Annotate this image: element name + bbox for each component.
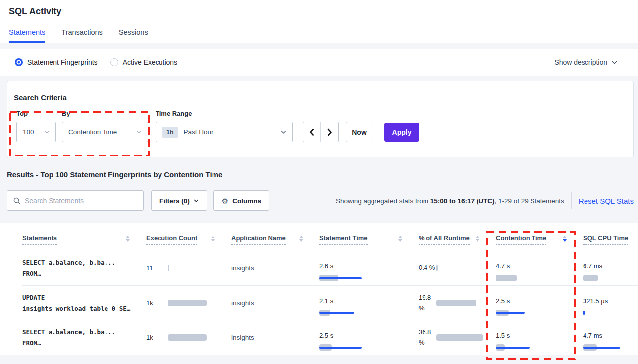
- execution-count-cell: 11: [146, 264, 231, 272]
- filters-button-label: Filters (0): [160, 197, 190, 205]
- search-statements-input[interactable]: [25, 197, 137, 205]
- chevron-left-icon: [309, 128, 315, 136]
- statement-time-cell: 2.5 s: [319, 331, 419, 344]
- aggregated-stats-text: Showing aggregated stats from 15:00 to 1…: [336, 197, 564, 205]
- sql-cpu-time-cell: 321.5 µs: [583, 296, 638, 310]
- pct-runtime-cell: 19.8 %: [419, 293, 496, 313]
- radio-active-executions[interactable]: Active Executions: [110, 58, 178, 66]
- time-range-value: Past Hour: [184, 128, 213, 136]
- radio-unselected-icon[interactable]: [110, 58, 118, 66]
- by-select[interactable]: Contention Time: [62, 122, 148, 142]
- search-statements-box[interactable]: [7, 190, 144, 211]
- execution-count-bar: [168, 300, 207, 306]
- view-toggle-bar: Statement Fingerprints Active Executions…: [0, 49, 638, 76]
- statements-table: Statements Execution Count Application N…: [0, 223, 638, 355]
- sort-icon[interactable]: [211, 236, 215, 245]
- table-row[interactable]: SELECT a.balance, b.ba...FROM… 1k insigh…: [22, 320, 638, 355]
- apply-button[interactable]: Apply: [384, 123, 419, 142]
- execution-count-bar: [168, 265, 169, 271]
- pct-runtime-bar: [436, 334, 483, 341]
- col-header-application-name[interactable]: Application Name: [231, 234, 319, 251]
- time-nav-group: [303, 122, 339, 142]
- sql-cpu-time-cell: 4.7 ms: [583, 331, 638, 344]
- tab-transactions[interactable]: Transactions: [61, 28, 102, 43]
- statement-time-cell: 2.1 s: [319, 296, 419, 310]
- reset-sql-stats-link[interactable]: Reset SQL Stats: [579, 197, 634, 205]
- time-range-label: Time Range: [156, 110, 192, 117]
- tab-statements[interactable]: Statements: [9, 28, 45, 43]
- chevron-down-icon: [281, 130, 286, 134]
- time-range-badge: 1h: [162, 127, 178, 138]
- statement-link[interactable]: SELECT a.balance, b.ba...FROM…: [22, 258, 146, 279]
- application-name-cell: insights: [231, 334, 319, 341]
- col-header-sql-cpu-time[interactable]: SQL CPU Time: [583, 234, 638, 251]
- chevron-down-icon: [612, 61, 617, 64]
- radio-selected-icon[interactable]: [15, 58, 23, 66]
- contention-time-cell: 4.7 s: [496, 261, 583, 275]
- sort-icon[interactable]: [126, 236, 130, 245]
- col-header-execution-count[interactable]: Execution Count: [146, 234, 231, 251]
- contention-time-cell: 2.5 s: [496, 296, 583, 310]
- col-header-contention-time[interactable]: Contention Time: [496, 234, 583, 251]
- show-description-label: Show description: [554, 58, 607, 66]
- statement-link[interactable]: UPDATEinsights_workload_table_0 SE…: [22, 292, 146, 313]
- results-heading: Results - Top 100 Statement Fingerprints…: [7, 170, 638, 179]
- time-range-select[interactable]: 1h Past Hour: [156, 122, 293, 142]
- table-row[interactable]: UPDATEinsights_workload_table_0 SE… 1k i…: [22, 286, 638, 320]
- pct-runtime-bar: [436, 265, 438, 271]
- table-header-row: Statements Execution Count Application N…: [22, 223, 638, 251]
- statement-link[interactable]: SELECT a.balance, b.ba...FROM…: [22, 327, 146, 348]
- time-prev-button[interactable]: [303, 122, 321, 142]
- page-header: SQL Activity Statements Transactions Ses…: [0, 0, 638, 43]
- top-select-value: 100: [23, 128, 34, 136]
- table-row[interactable]: SELECT a.balance, b.ba...FROM… 11 insigh…: [22, 251, 638, 286]
- search-icon: [13, 197, 20, 204]
- col-header-statements[interactable]: Statements: [22, 234, 146, 251]
- view-toggle-group: Statement Fingerprints Active Executions: [15, 58, 177, 66]
- filters-button[interactable]: Filters (0): [151, 190, 207, 211]
- sort-icon[interactable]: [476, 236, 479, 245]
- columns-button[interactable]: ⚙ Columns: [213, 190, 269, 211]
- tab-bar: Statements Transactions Sessions: [0, 28, 638, 43]
- sort-icon-active-desc[interactable]: [563, 236, 567, 245]
- sort-icon[interactable]: [398, 236, 402, 245]
- application-name-cell: insights: [231, 264, 319, 272]
- top-label: Top: [16, 110, 28, 117]
- results-toolbar: Filters (0) ⚙ Columns Showing aggregated…: [7, 190, 634, 211]
- chevron-down-icon: [44, 130, 50, 134]
- tab-sessions[interactable]: Sessions: [119, 28, 148, 43]
- pct-runtime-bar: [436, 300, 476, 306]
- by-select-value: Contention Time: [68, 128, 117, 136]
- gear-icon: ⚙: [222, 197, 228, 205]
- chevron-down-icon: [194, 199, 199, 202]
- search-criteria-title: Search Criteria: [14, 93, 67, 102]
- contention-time-cell: 1.5 s: [496, 331, 583, 344]
- radio-statement-fingerprints[interactable]: Statement Fingerprints: [15, 58, 98, 66]
- vertical-divider: [571, 192, 572, 209]
- sql-cpu-time-cell: 6.7 ms: [583, 261, 638, 275]
- by-label: By: [62, 110, 70, 117]
- pct-runtime-cell: 36.8 %: [419, 327, 496, 348]
- page-title: SQL Activity: [0, 6, 638, 17]
- statement-time-cell: 2.6 s: [319, 261, 419, 275]
- radio-active-executions-label: Active Executions: [123, 58, 178, 66]
- now-button[interactable]: Now: [346, 122, 372, 142]
- execution-count-cell: 1k: [146, 334, 231, 341]
- execution-count-cell: 1k: [146, 299, 231, 307]
- execution-count-bar: [168, 334, 207, 341]
- time-next-button[interactable]: [321, 122, 338, 142]
- sort-icon[interactable]: [299, 236, 303, 245]
- toolbar-right: Showing aggregated stats from 15:00 to 1…: [336, 192, 634, 209]
- col-header-pct-runtime[interactable]: % of All Runtime: [419, 234, 496, 251]
- search-criteria-card: Search Criteria Top 100 By Contention Ti…: [7, 81, 634, 157]
- col-header-statement-time[interactable]: Statement Time: [319, 234, 419, 251]
- radio-statement-fingerprints-label: Statement Fingerprints: [27, 58, 98, 66]
- top-select[interactable]: 100: [16, 122, 56, 142]
- chevron-down-icon: [136, 130, 142, 134]
- show-description-toggle[interactable]: Show description: [554, 58, 617, 66]
- columns-button-label: Columns: [232, 197, 261, 205]
- application-name-cell: insights: [231, 299, 319, 307]
- chevron-right-icon: [327, 128, 332, 136]
- pct-runtime-cell: 0.4 %: [419, 263, 496, 273]
